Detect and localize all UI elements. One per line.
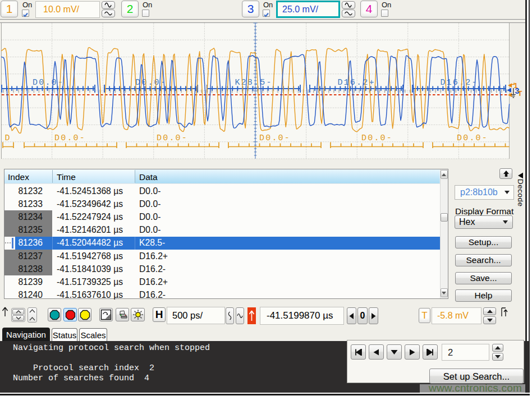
svg-text:D: D — [4, 133, 11, 143]
svg-text:D0.0-: D0.0- — [33, 78, 64, 88]
svg-text:D0.0-: D0.0- — [157, 133, 188, 143]
svg-text:D0.0-: D0.0- — [361, 133, 393, 143]
svg-text:K28.5-: K28.5- — [235, 78, 272, 88]
svg-text:D0.0-: D0.0- — [457, 133, 488, 143]
svg-text:T: T — [518, 89, 522, 98]
svg-text:D0.0-: D0.0- — [54, 133, 86, 143]
svg-text:D0.0-: D0.0- — [259, 133, 291, 143]
